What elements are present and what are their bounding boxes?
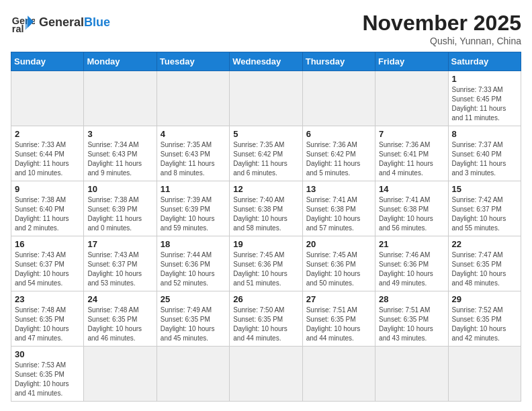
day-info: Sunrise: 7:42 AMSunset: 6:37 PMDaylight:… bbox=[452, 195, 517, 233]
day-info: Sunrise: 7:50 AMSunset: 6:35 PMDaylight:… bbox=[233, 306, 298, 343]
calendar-day-cell bbox=[230, 347, 302, 402]
calendar-day-cell: 6Sunrise: 7:36 AMSunset: 6:42 PMDaylight… bbox=[302, 126, 375, 181]
month-title: November 2025 bbox=[362, 11, 521, 36]
day-number: 27 bbox=[306, 294, 371, 304]
calendar-day-cell: 29Sunrise: 7:52 AMSunset: 6:35 PMDayligh… bbox=[448, 291, 521, 347]
day-number: 13 bbox=[306, 184, 371, 194]
weekday-header-tuesday: Tuesday bbox=[157, 52, 229, 71]
calendar-day-cell: 8Sunrise: 7:37 AMSunset: 6:40 PMDaylight… bbox=[448, 126, 521, 181]
day-info: Sunrise: 7:35 AMSunset: 6:43 PMDaylight:… bbox=[161, 140, 226, 178]
weekday-header-row: SundayMondayTuesdayWednesdayThursdayFrid… bbox=[11, 52, 521, 71]
day-number: 2 bbox=[15, 129, 80, 139]
location-subtitle: Qushi, Yunnan, China bbox=[362, 36, 521, 46]
day-info: Sunrise: 7:48 AMSunset: 6:35 PMDaylight:… bbox=[87, 306, 152, 343]
calendar-day-cell: 11Sunrise: 7:39 AMSunset: 6:39 PMDayligh… bbox=[157, 181, 229, 236]
calendar-day-cell bbox=[302, 347, 375, 402]
page-header: Gene ral GeneralBlue November 2025 Qushi… bbox=[11, 11, 521, 46]
day-number: 24 bbox=[87, 294, 152, 304]
day-info: Sunrise: 7:47 AMSunset: 6:35 PMDaylight:… bbox=[452, 250, 517, 288]
day-number: 15 bbox=[452, 184, 517, 194]
calendar-week-row: 16Sunrise: 7:43 AMSunset: 6:37 PMDayligh… bbox=[11, 236, 521, 291]
day-number: 14 bbox=[379, 184, 444, 194]
weekday-header-saturday: Saturday bbox=[448, 52, 521, 71]
day-number: 29 bbox=[452, 294, 517, 304]
day-info: Sunrise: 7:33 AMSunset: 6:44 PMDaylight:… bbox=[15, 140, 80, 178]
calendar-day-cell bbox=[11, 71, 84, 126]
calendar-day-cell bbox=[157, 347, 229, 402]
calendar-day-cell: 23Sunrise: 7:48 AMSunset: 6:35 PMDayligh… bbox=[11, 291, 84, 347]
calendar-table: SundayMondayTuesdayWednesdayThursdayFrid… bbox=[11, 52, 521, 402]
day-number: 6 bbox=[306, 129, 371, 139]
calendar-week-row: 23Sunrise: 7:48 AMSunset: 6:35 PMDayligh… bbox=[11, 291, 521, 347]
day-info: Sunrise: 7:41 AMSunset: 6:38 PMDaylight:… bbox=[306, 195, 371, 233]
day-number: 28 bbox=[379, 294, 444, 304]
day-number: 26 bbox=[233, 294, 298, 304]
day-number: 8 bbox=[452, 129, 517, 139]
calendar-week-row: 2Sunrise: 7:33 AMSunset: 6:44 PMDaylight… bbox=[11, 126, 521, 181]
calendar-day-cell: 30Sunrise: 7:53 AMSunset: 6:35 PMDayligh… bbox=[11, 347, 84, 402]
day-number: 16 bbox=[15, 239, 80, 249]
weekday-header-thursday: Thursday bbox=[302, 52, 375, 71]
calendar-day-cell: 2Sunrise: 7:33 AMSunset: 6:44 PMDaylight… bbox=[11, 126, 84, 181]
day-info: Sunrise: 7:43 AMSunset: 6:37 PMDaylight:… bbox=[87, 250, 152, 288]
day-info: Sunrise: 7:44 AMSunset: 6:36 PMDaylight:… bbox=[161, 250, 226, 288]
calendar-day-cell: 20Sunrise: 7:45 AMSunset: 6:36 PMDayligh… bbox=[302, 236, 375, 291]
calendar-day-cell: 7Sunrise: 7:36 AMSunset: 6:41 PMDaylight… bbox=[375, 126, 448, 181]
logo-icon: Gene ral bbox=[11, 11, 35, 35]
day-info: Sunrise: 7:48 AMSunset: 6:35 PMDaylight:… bbox=[15, 306, 80, 343]
day-number: 1 bbox=[452, 74, 517, 84]
day-number: 12 bbox=[233, 184, 298, 194]
calendar-day-cell: 21Sunrise: 7:46 AMSunset: 6:36 PMDayligh… bbox=[375, 236, 448, 291]
calendar-day-cell: 12Sunrise: 7:40 AMSunset: 6:38 PMDayligh… bbox=[230, 181, 302, 236]
calendar-day-cell: 26Sunrise: 7:50 AMSunset: 6:35 PMDayligh… bbox=[230, 291, 302, 347]
day-number: 19 bbox=[233, 239, 298, 249]
calendar-day-cell: 4Sunrise: 7:35 AMSunset: 6:43 PMDaylight… bbox=[157, 126, 229, 181]
calendar-day-cell bbox=[84, 347, 157, 402]
day-number: 9 bbox=[15, 184, 80, 194]
calendar-day-cell: 3Sunrise: 7:34 AMSunset: 6:43 PMDaylight… bbox=[84, 126, 157, 181]
day-info: Sunrise: 7:37 AMSunset: 6:40 PMDaylight:… bbox=[452, 140, 517, 178]
day-number: 11 bbox=[161, 184, 226, 194]
weekday-header-monday: Monday bbox=[84, 52, 157, 71]
calendar-day-cell: 25Sunrise: 7:49 AMSunset: 6:35 PMDayligh… bbox=[157, 291, 229, 347]
weekday-header-wednesday: Wednesday bbox=[230, 52, 302, 71]
calendar-day-cell: 19Sunrise: 7:45 AMSunset: 6:36 PMDayligh… bbox=[230, 236, 302, 291]
calendar-day-cell: 14Sunrise: 7:41 AMSunset: 6:38 PMDayligh… bbox=[375, 181, 448, 236]
day-info: Sunrise: 7:52 AMSunset: 6:35 PMDaylight:… bbox=[452, 306, 517, 343]
calendar-day-cell bbox=[375, 71, 448, 126]
svg-text:ral: ral bbox=[12, 24, 24, 34]
day-number: 25 bbox=[161, 294, 226, 304]
weekday-header-sunday: Sunday bbox=[11, 52, 84, 71]
calendar-week-row: 1Sunrise: 7:33 AMSunset: 6:45 PMDaylight… bbox=[11, 71, 521, 126]
calendar-day-cell bbox=[157, 71, 229, 126]
calendar-day-cell: 24Sunrise: 7:48 AMSunset: 6:35 PMDayligh… bbox=[84, 291, 157, 347]
calendar-day-cell: 10Sunrise: 7:38 AMSunset: 6:39 PMDayligh… bbox=[84, 181, 157, 236]
day-info: Sunrise: 7:49 AMSunset: 6:35 PMDaylight:… bbox=[161, 306, 226, 343]
day-number: 23 bbox=[15, 294, 80, 304]
day-info: Sunrise: 7:53 AMSunset: 6:35 PMDaylight:… bbox=[15, 361, 80, 398]
weekday-header-friday: Friday bbox=[375, 52, 448, 71]
day-info: Sunrise: 7:38 AMSunset: 6:39 PMDaylight:… bbox=[87, 195, 152, 233]
calendar-day-cell: 27Sunrise: 7:51 AMSunset: 6:35 PMDayligh… bbox=[302, 291, 375, 347]
day-info: Sunrise: 7:51 AMSunset: 6:35 PMDaylight:… bbox=[306, 306, 371, 343]
day-info: Sunrise: 7:39 AMSunset: 6:39 PMDaylight:… bbox=[161, 195, 226, 233]
day-info: Sunrise: 7:35 AMSunset: 6:42 PMDaylight:… bbox=[233, 140, 298, 178]
day-info: Sunrise: 7:40 AMSunset: 6:38 PMDaylight:… bbox=[233, 195, 298, 233]
day-info: Sunrise: 7:34 AMSunset: 6:43 PMDaylight:… bbox=[87, 140, 152, 178]
calendar-day-cell: 18Sunrise: 7:44 AMSunset: 6:36 PMDayligh… bbox=[157, 236, 229, 291]
day-info: Sunrise: 7:33 AMSunset: 6:45 PMDaylight:… bbox=[452, 85, 517, 123]
day-number: 18 bbox=[161, 239, 226, 249]
day-number: 20 bbox=[306, 239, 371, 249]
calendar-day-cell: 15Sunrise: 7:42 AMSunset: 6:37 PMDayligh… bbox=[448, 181, 521, 236]
day-number: 7 bbox=[379, 129, 444, 139]
day-info: Sunrise: 7:38 AMSunset: 6:40 PMDaylight:… bbox=[15, 195, 80, 233]
day-number: 4 bbox=[161, 129, 226, 139]
calendar-day-cell: 17Sunrise: 7:43 AMSunset: 6:37 PMDayligh… bbox=[84, 236, 157, 291]
calendar-day-cell: 1Sunrise: 7:33 AMSunset: 6:45 PMDaylight… bbox=[448, 71, 521, 126]
day-info: Sunrise: 7:36 AMSunset: 6:41 PMDaylight:… bbox=[379, 140, 444, 178]
day-number: 3 bbox=[87, 129, 152, 139]
calendar-day-cell: 5Sunrise: 7:35 AMSunset: 6:42 PMDaylight… bbox=[230, 126, 302, 181]
calendar-day-cell bbox=[375, 347, 448, 402]
day-number: 21 bbox=[379, 239, 444, 249]
logo: Gene ral GeneralBlue bbox=[11, 11, 110, 35]
